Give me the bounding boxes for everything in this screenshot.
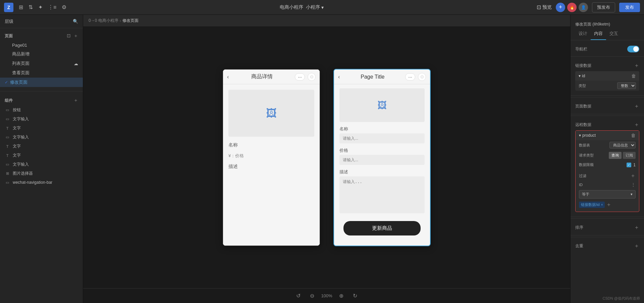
page-add-icon[interactable]: ⊡: [67, 33, 71, 39]
zoom-in-button[interactable]: ⊕: [336, 291, 346, 300]
filter-tag-remove[interactable]: ×: [601, 203, 603, 207]
nav-bar-icon: ▭: [5, 180, 10, 185]
chevron-icon-product: ▾: [579, 133, 581, 138]
phone-nav-edit: ‹ Page Title ··· ⊙: [334, 70, 430, 84]
share-icon[interactable]: ⇅: [29, 4, 33, 10]
component-text-input-1[interactable]: ▭ 文字输入: [0, 115, 83, 124]
input-price[interactable]: [339, 155, 425, 165]
edit-field-desc: 描述: [339, 169, 425, 214]
divider-3: [571, 116, 644, 116]
link-data-add-btn[interactable]: ＋: [634, 62, 639, 69]
more-icon[interactable]: ···: [295, 73, 305, 81]
pin-icon[interactable]: ✦: [38, 4, 43, 10]
component-image-picker[interactable]: ⊞ 图片选择器: [0, 169, 83, 178]
component-text-input-3[interactable]: ▭ 文字输入: [0, 160, 83, 169]
page-data-add-btn[interactable]: ＋: [634, 103, 639, 110]
sliders-icon[interactable]: ⋮≡: [48, 4, 56, 10]
dedup-title: 去重: [575, 243, 583, 249]
redo-button[interactable]: ↻: [350, 291, 360, 300]
sort-header: 排序 ＋: [575, 222, 639, 233]
tab-content[interactable]: 内容: [591, 28, 606, 40]
filter-condition-select[interactable]: 等于 ▾: [579, 190, 636, 199]
tab-design[interactable]: 设计: [575, 28, 591, 40]
components-plus-icon[interactable]: ＋: [73, 97, 78, 103]
phone-edit-page[interactable]: ‹ Page Title ··· ⊙ 🖼 名称: [333, 69, 431, 246]
remote-data-header: 远程数据 ＋: [575, 119, 639, 130]
tab-interaction[interactable]: 交互: [606, 28, 622, 40]
right-panel-page-title: 修改页面 (lih9ketm): [575, 22, 610, 27]
remote-data-product-item: ▾ product 🗑 数据表 商品信息 请求类型 查询: [575, 130, 639, 212]
link-data-section: 链接数据 ＋ ▾ id 🗑 类型 整数: [571, 58, 644, 96]
miniapp-selector[interactable]: 小程序 ▾: [306, 4, 324, 10]
add-member-button[interactable]: +: [556, 3, 565, 12]
canvas-content: ‹ 商品详情 ··· ⊙ 🖼 名称 ¥：价格: [83, 27, 570, 288]
breadcrumb-arrow: ›: [120, 18, 121, 23]
remote-data-add-btn[interactable]: ＋: [634, 121, 639, 128]
button-icon: ▭: [5, 107, 10, 113]
sidebar-item-edit-page[interactable]: ✓ 修改页面: [0, 78, 83, 87]
grid-icon[interactable]: ⊞: [19, 4, 23, 10]
filter-dots-btn[interactable]: ⋮: [631, 182, 636, 187]
undo-button[interactable]: ↺: [293, 291, 303, 300]
component-text-2[interactable]: T 文字: [0, 142, 83, 151]
target-icon-edit[interactable]: ⊙: [418, 73, 426, 81]
navbar-label: 导航栏: [575, 46, 587, 52]
component-text-input-2[interactable]: ▭ 文字输入: [0, 133, 83, 142]
components-section: 组件 ＋ ▭ 按钮 ▭ 文字输入 T 文字 ▭ 文字输入 T 文字: [0, 93, 83, 189]
request-subscribe-btn[interactable]: 订阅: [623, 152, 636, 159]
publish-draft-button[interactable]: 预发布: [592, 2, 615, 12]
sort-add-btn[interactable]: ＋: [634, 224, 639, 231]
avatar-group: + 🔥 👤: [556, 3, 588, 12]
product-limit-row: 数据限额 ✓ 1: [576, 161, 639, 169]
search-icon[interactable]: 🔍: [73, 19, 78, 24]
publish-button[interactable]: 发布: [619, 3, 640, 12]
back-icon[interactable]: ‹: [227, 74, 229, 80]
filter-tag-add-btn[interactable]: ＋: [606, 201, 611, 208]
link-data-type-select[interactable]: 整数: [617, 82, 636, 89]
components-section-header: 组件 ＋: [0, 95, 83, 105]
preview-button[interactable]: ⊡ 预览: [537, 4, 552, 10]
request-type-buttons: 查询 订阅: [609, 152, 636, 159]
navbar-toggle[interactable]: [627, 46, 639, 52]
component-button[interactable]: ▭ 按钮: [0, 105, 83, 115]
topbar-icons: ⊞ ⇅ ✦ ⋮≡ ⚙: [19, 4, 66, 10]
submit-button[interactable]: 更新商品: [343, 221, 421, 235]
target-icon[interactable]: ⊙: [308, 73, 316, 81]
topbar: Z ⊞ ⇅ ✦ ⋮≡ ⚙ 电商小程序 小程序 ▾ ⊡ 预览 + 🔥 👤 预发布 …: [0, 0, 644, 15]
component-text-3[interactable]: T 文字: [0, 151, 83, 160]
phone-product-detail[interactable]: ‹ 商品详情 ··· ⊙ 🖼 名称 ¥：价格: [223, 69, 320, 246]
edit-image-area: 🖼: [339, 88, 425, 122]
link-data-delete-btn[interactable]: 🗑: [631, 73, 636, 79]
input-desc[interactable]: [339, 176, 425, 213]
back-icon-edit[interactable]: ‹: [338, 74, 340, 80]
filter-add-btn[interactable]: ＋: [630, 172, 636, 179]
dedup-add-btn[interactable]: ＋: [634, 243, 639, 250]
sidebar-item-new-product[interactable]: 商品新增: [0, 49, 83, 59]
page-plus-icon[interactable]: ＋: [73, 33, 78, 39]
watermark: CSDN @低代码布道师: [603, 296, 640, 301]
dedup-section: 去重 ＋: [571, 239, 644, 254]
product-table-select[interactable]: 商品信息: [609, 142, 636, 148]
sidebar-item-page01[interactable]: Page01: [0, 41, 83, 49]
pages-section-header: 页面 ⊡ ＋: [0, 31, 83, 41]
chevron-icon: ▾: [579, 74, 581, 78]
right-panel-tabs: 设计 内容 交互: [571, 28, 644, 40]
input-name[interactable]: [339, 133, 425, 143]
more-icon-edit[interactable]: ···: [405, 73, 415, 81]
link-data-id-name: ▾ id: [579, 74, 585, 78]
breadcrumb-current: 修改页面: [122, 18, 139, 24]
sidebar-item-list-page[interactable]: 列表页面 ☁: [0, 59, 83, 68]
component-text-1[interactable]: T 文字: [0, 124, 83, 133]
check-icon: ✓: [5, 80, 8, 85]
remote-data-title: 远程数据: [575, 122, 591, 128]
sidebar-item-view-page[interactable]: 查看页面: [0, 68, 83, 78]
edit-field-name: 名称: [339, 126, 425, 143]
zoom-level: 100%: [321, 293, 332, 298]
request-query-btn[interactable]: 查询: [609, 152, 622, 159]
settings-icon[interactable]: ⚙: [62, 4, 66, 10]
zoom-out-button[interactable]: ⊖: [307, 291, 317, 300]
product-delete-btn[interactable]: 🗑: [631, 133, 636, 138]
component-nav-bar[interactable]: ▭ wechat-navigation-bar: [0, 178, 83, 187]
phone-title-edit: Page Title: [361, 74, 384, 80]
limit-checkbox[interactable]: ✓: [627, 163, 631, 167]
